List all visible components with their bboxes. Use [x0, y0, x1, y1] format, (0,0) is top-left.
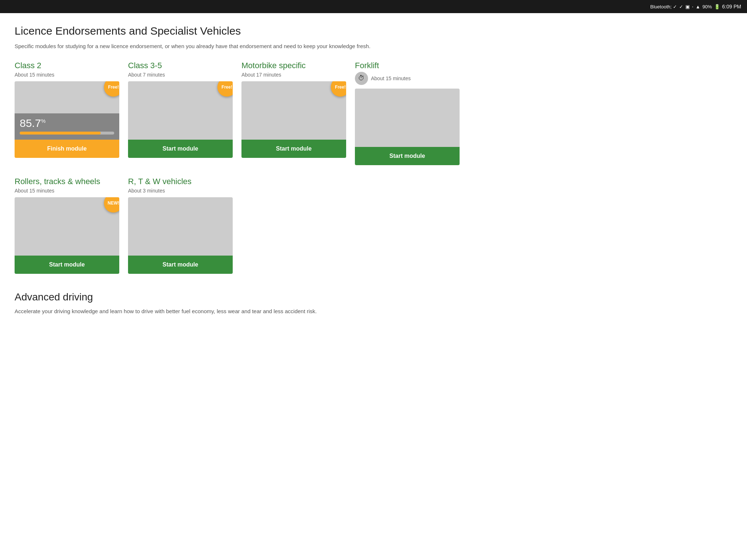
module-duration-class35: About 7 minutes: [128, 72, 233, 78]
progress-bar-bg-class2: [20, 132, 114, 135]
start-module-button-forklift[interactable]: Start module: [355, 147, 460, 165]
module-image-wrap-class35: Free!: [128, 81, 233, 140]
start-module-button-rtw[interactable]: Start module: [128, 256, 233, 274]
module-image-motorbike: [241, 81, 346, 140]
module-image-forklift: [355, 89, 460, 147]
module-duration-rollers: About 15 minutes: [15, 188, 119, 194]
screen-icon: ▣: [685, 4, 690, 9]
page-description: Specific modules for studying for a new …: [15, 42, 460, 51]
progress-percent-class2: 85.7%: [20, 117, 114, 129]
advanced-section-title: Advanced driving: [15, 291, 460, 303]
module-image-rtw: [128, 197, 233, 256]
status-bar: Bluetooth; ✓ ✓ ▣ ⋅ ▲ 90% 🔋 6:09 PM: [0, 0, 747, 13]
battery-label: 90%: [703, 4, 712, 9]
advanced-section-description: Accelerate your driving knowledge and le…: [15, 307, 460, 316]
status-icons: Bluetooth; ✓ ✓ ▣ ⋅ ▲ 90% 🔋 6:09 PM: [650, 4, 741, 9]
empty-slot-1: [241, 177, 346, 274]
progress-overlay-class2: 85.7%: [15, 113, 119, 140]
forklift-icon: ⏱: [355, 72, 368, 85]
module-card-class35: Class 3-5 About 7 minutes Free! Start mo…: [128, 61, 233, 165]
finish-module-button-class2[interactable]: Finish module: [15, 140, 119, 158]
module-duration-class2: About 15 minutes: [15, 72, 119, 78]
module-card-class2: Class 2 About 15 minutes Free! 85.7% Fin…: [15, 61, 119, 165]
modules-grid-row2: Rollers, tracks & wheels About 15 minute…: [15, 177, 460, 274]
start-module-button-motorbike[interactable]: Start module: [241, 140, 346, 158]
modules-grid-row1: Class 2 About 15 minutes Free! 85.7% Fin…: [15, 61, 460, 165]
module-image-rollers: [15, 197, 119, 256]
module-image-wrap-rollers: NEW!: [15, 197, 119, 256]
main-content: Licence Endorsements and Specialist Vehi…: [0, 13, 474, 327]
module-duration-forklift: About 15 minutes: [371, 75, 411, 81]
check-icon: ✓: [679, 4, 683, 9]
module-title-class2: Class 2: [15, 61, 119, 70]
time-display: 6:09 PM: [722, 4, 741, 9]
module-title-forklift: Forklift: [355, 61, 460, 70]
module-duration-row-forklift: ⏱ About 15 minutes: [355, 72, 460, 85]
bluetooth-icon: Bluetooth; ✓: [650, 4, 677, 9]
module-image-wrap-class2: Free! 85.7%: [15, 81, 119, 140]
wifi-icon: ▲: [696, 4, 700, 9]
module-duration-motorbike: About 17 minutes: [241, 72, 346, 78]
module-duration-rtw: About 3 minutes: [128, 188, 233, 194]
module-card-motorbike: Motorbike specific About 17 minutes Free…: [241, 61, 346, 165]
advanced-driving-section: Advanced driving Accelerate your driving…: [15, 291, 460, 316]
battery-icon: 🔋: [714, 4, 720, 9]
empty-slot-2: [355, 177, 460, 274]
start-module-button-rollers[interactable]: Start module: [15, 256, 119, 274]
start-module-button-class35[interactable]: Start module: [128, 140, 233, 158]
module-card-rtw: R, T & W vehicles About 3 minutes Start …: [128, 177, 233, 274]
module-card-forklift: Forklift ⏱ About 15 minutes Start module: [355, 61, 460, 165]
module-image-class35: [128, 81, 233, 140]
bluetooth-icon2: ⋅: [692, 4, 693, 9]
module-title-rollers: Rollers, tracks & wheels: [15, 177, 119, 186]
module-image-wrap-motorbike: Free!: [241, 81, 346, 140]
module-card-rollers: Rollers, tracks & wheels About 15 minute…: [15, 177, 119, 274]
page-title: Licence Endorsements and Specialist Vehi…: [15, 25, 460, 37]
progress-bar-fill-class2: [20, 132, 101, 135]
module-title-rtw: R, T & W vehicles: [128, 177, 233, 186]
module-title-class35: Class 3-5: [128, 61, 233, 70]
module-image-wrap-forklift: [355, 89, 460, 147]
module-image-wrap-rtw: [128, 197, 233, 256]
module-title-motorbike: Motorbike specific: [241, 61, 346, 70]
